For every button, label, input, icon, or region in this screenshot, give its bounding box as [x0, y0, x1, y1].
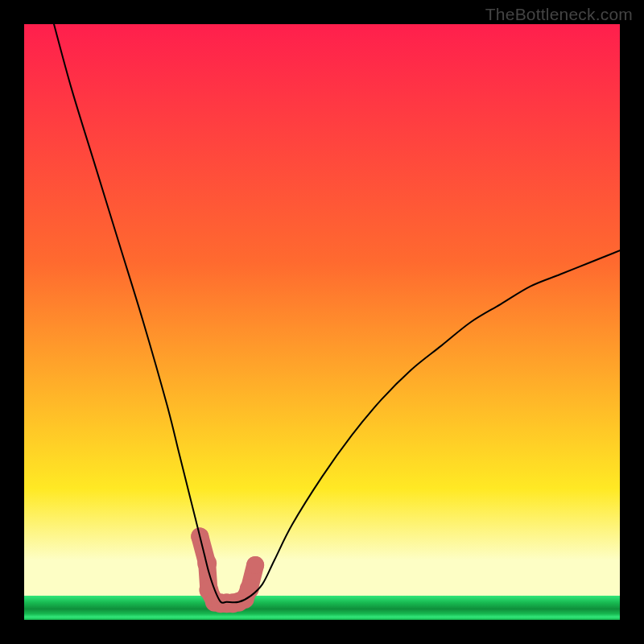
background-gradient: [24, 24, 620, 620]
chart-container: TheBottleneck.com: [0, 0, 644, 644]
plot-area: [24, 24, 620, 620]
watermark-text: TheBottleneck.com: [485, 5, 633, 24]
efficiency-light-band: [24, 560, 620, 596]
efficiency-green-band: [24, 596, 620, 620]
